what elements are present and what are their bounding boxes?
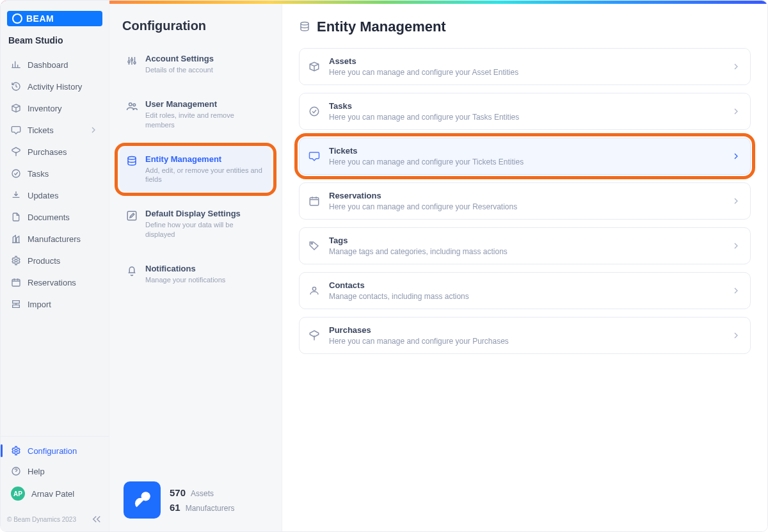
collapse-icon[interactable] [91,513,102,525]
sidebar-item-label: Inventory [28,104,61,113]
sidebar-item-label: Configuration [28,446,77,456]
card-subtitle: Here you can manage and configure your T… [329,157,722,166]
config-item-notifications[interactable]: Notifications Manage your notifications [120,256,271,293]
calendar-icon [11,277,21,287]
sidebar-item-inventory[interactable]: Inventory [4,98,105,118]
entity-card-tasks[interactable]: TasksHere you can manage and configure y… [299,93,751,130]
config-footer: 570Assets 61Manufacturers [120,476,271,524]
gear-icon [11,255,21,266]
edit-icon [126,210,138,222]
box-icon [11,103,21,113]
config-item-entity-management[interactable]: Entity Management Add, edit, or remove y… [120,147,271,193]
svg-point-0 [12,170,20,177]
entity-card-purchases[interactable]: PurchasesHere you can manage and configu… [299,317,751,354]
sidebar-item-label: Tickets [28,125,54,135]
stat-label: Assets [191,489,214,498]
config-item-account-settings[interactable]: Account Settings Details of the account [120,46,271,83]
sidebar-item-manufacturers[interactable]: Manufacturers [4,229,105,249]
stat-value: 61 [170,502,180,513]
entity-card-assets[interactable]: AssetsHere you can manage and configure … [299,48,751,85]
card-title: Tags [329,236,722,245]
svg-point-14 [310,107,319,116]
sidebar-item-label: Tasks [28,169,49,179]
chevron-right-icon [731,151,741,161]
config-item-title: User Management [145,99,265,109]
chevron-right-icon [731,196,741,206]
user-icon [308,285,320,296]
svg-point-13 [301,22,308,26]
sidebar-item-reservations[interactable]: Reservations [4,272,105,293]
chevron-right-icon [731,61,741,72]
brand-logo-text: BEAM [26,13,54,24]
svg-rect-15 [310,198,319,206]
card-title: Contacts [329,280,722,290]
config-item-user-management[interactable]: User Management Edit roles, invite and r… [120,92,271,138]
svg-point-7 [134,62,136,64]
sidebar-item-label: Products [28,256,60,266]
config-item-title: Entity Management [145,154,265,164]
svg-point-5 [128,61,130,63]
svg-point-6 [131,59,133,61]
database-icon [126,156,138,167]
config-item-subtitle: Define how your data will be displayed [145,220,265,239]
sidebar-item-updates[interactable]: Updates [4,185,105,206]
sidebar-item-purchases[interactable]: Purchases [4,141,105,162]
sidebar-item-activity-history[interactable]: Activity History [4,76,105,97]
coin-icon [11,147,21,157]
chevron-right-icon [731,286,741,296]
sidebar-item-dashboard[interactable]: Dashboard [4,54,105,75]
sidebar-item-help[interactable]: Help [4,461,105,481]
tag-icon [308,240,320,252]
config-item-title: Account Settings [145,54,214,63]
sidebar-item-configuration[interactable]: Configuration [4,440,105,461]
brand-mark-icon [131,489,153,511]
config-item-subtitle: Add, edit, or remove your entities and f… [145,166,265,185]
calendar-icon [308,195,320,207]
brand-logo-mark [12,13,22,24]
app-window: BEAM Beam Studio Dashboard Activity Hist… [0,0,768,532]
svg-point-1 [15,259,17,262]
sidebar-item-products[interactable]: Products [4,250,105,271]
entity-card-tickets[interactable]: TicketsHere you can manage and configure… [299,138,751,175]
svg-rect-11 [127,211,136,220]
sidebar-item-label: Documents [28,213,70,222]
page-title: Entity Management [317,19,446,35]
sidebar-user[interactable]: AP Arnav Patel [4,481,105,506]
sidebar-item-tickets[interactable]: Tickets [4,120,105,140]
svg-point-10 [128,156,136,159]
main-panel: Entity Management AssetsHere you can man… [282,1,767,531]
settings-icon [11,446,21,456]
card-title: Assets [329,56,722,66]
sidebar-item-documents[interactable]: Documents [4,207,105,227]
brand-logo[interactable]: BEAM [7,11,102,26]
chevron-right-icon [731,330,741,341]
sliders-icon [126,55,138,67]
entity-card-tags[interactable]: TagsManage tags and categories, includin… [299,227,751,264]
config-item-subtitle: Manage your notifications [145,275,225,285]
chat-icon [11,125,21,135]
help-icon [11,466,21,476]
sidebar-nav: Dashboard Activity History Inventory Tic… [1,54,109,314]
card-title: Tasks [329,101,722,111]
config-panel: Configuration Account Settings Details o… [109,1,282,531]
bell-icon [126,265,138,277]
chevron-right-icon [731,241,741,251]
config-item-default-display-settings[interactable]: Default Display Settings Define how your… [120,201,271,247]
card-subtitle: Here you can manage and configure your R… [329,202,722,211]
sidebar-item-label: Activity History [28,82,82,92]
sidebar-item-label: Dashboard [28,60,68,70]
sidebar-item-label: Purchases [28,147,67,157]
sidebar-bottom: Configuration Help AP Arnav Patel [1,436,109,510]
config-title: Configuration [122,19,269,33]
sidebar-item-tasks[interactable]: Tasks [4,163,105,184]
entity-card-reservations[interactable]: ReservationsHere you can manage and conf… [299,182,751,220]
card-subtitle: Manage contacts, including mass actions [329,292,722,301]
sidebar-item-import[interactable]: Import [4,294,105,314]
sidebar-item-label: Updates [28,191,58,200]
sidebar-item-label: Reservations [28,278,76,287]
main-header: Entity Management [299,19,751,35]
chevron-right-icon [88,125,99,135]
card-subtitle: Manage tags and categories, including ma… [329,247,722,256]
coin-icon [308,330,320,341]
entity-card-contacts[interactable]: ContactsManage contacts, including mass … [299,272,751,309]
